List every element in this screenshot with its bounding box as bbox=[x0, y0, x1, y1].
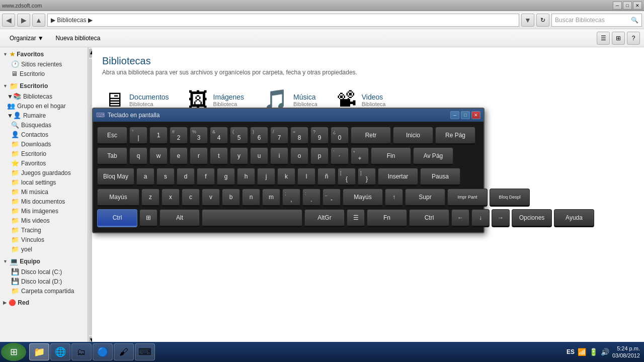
view-toggle-button[interactable]: ☰ bbox=[597, 32, 610, 45]
key-pausa[interactable]: Pausa bbox=[420, 168, 460, 186]
preview-button[interactable]: ⊞ bbox=[612, 32, 625, 45]
key-tab[interactable]: Tab bbox=[97, 147, 127, 165]
key-i[interactable]: i bbox=[270, 147, 288, 165]
sidebar-item-shared[interactable]: 📁 Carpeta compartida bbox=[0, 286, 88, 296]
key-y[interactable]: y bbox=[230, 147, 248, 165]
up-button[interactable]: ▲ bbox=[32, 14, 45, 27]
sidebar-equipo-header[interactable]: ▼ 💻 Equipo bbox=[0, 256, 88, 267]
key-minus[interactable]: _- bbox=[323, 189, 341, 207]
sidebar-item-desktop-fav[interactable]: 🖥 Escritorio bbox=[0, 69, 88, 78]
taskbar-item-paint[interactable]: 🖌 bbox=[114, 343, 134, 360]
key-0[interactable]: ¿0 bbox=[331, 127, 349, 145]
key-h[interactable]: h bbox=[237, 168, 255, 186]
sidebar-item-disk-c[interactable]: 💾 Disco local (C:) bbox=[0, 267, 88, 277]
sidebar-item-grupo[interactable]: 👥 Grupo en el hogar bbox=[0, 101, 88, 111]
key-5[interactable]: (5 bbox=[230, 127, 248, 145]
sidebar-item-downloads[interactable]: 📁 Downloads bbox=[0, 139, 88, 149]
sidebar-item-favoritos[interactable]: ⭐ Favoritos bbox=[0, 158, 88, 168]
key-right[interactable]: → bbox=[492, 209, 510, 227]
key-space[interactable] bbox=[202, 209, 302, 227]
key-v[interactable]: v bbox=[202, 189, 220, 207]
key-lbrace[interactable]: [{ bbox=[338, 168, 356, 186]
key-g[interactable]: g bbox=[217, 168, 235, 186]
key-bloqdespl[interactable]: Bloq Despl bbox=[490, 189, 530, 207]
key-bloqmay[interactable]: Bloq May bbox=[97, 168, 134, 186]
key-n[interactable]: n bbox=[242, 189, 260, 207]
search-box[interactable]: Buscar Bibliotecas 🔍 bbox=[551, 14, 642, 27]
taskbar-item-ie[interactable]: 🌐 bbox=[50, 343, 70, 360]
key-2[interactable]: #2 bbox=[170, 127, 188, 145]
key-ctrl-left[interactable]: Ctrl bbox=[97, 209, 137, 227]
key-esc[interactable]: Esc bbox=[97, 127, 127, 145]
key-4[interactable]: &4 bbox=[210, 127, 228, 145]
key-m[interactable]: m bbox=[262, 189, 280, 207]
sidebar-item-mis-videos[interactable]: 📁 Mis videos bbox=[0, 216, 88, 225]
sidebar-item-mi-musica[interactable]: 📁 Mi música bbox=[0, 187, 88, 197]
sidebar-item-local-settings[interactable]: 📁 local settings bbox=[0, 177, 88, 187]
key-alt[interactable]: Alt bbox=[159, 209, 200, 227]
key-ayuda[interactable]: Ayuda bbox=[554, 209, 594, 227]
key-e[interactable]: e bbox=[170, 147, 188, 165]
key-menu[interactable]: ☰ bbox=[347, 209, 365, 227]
forward-button[interactable]: ▶ bbox=[17, 14, 30, 27]
key-imprpant[interactable]: Impr Pant bbox=[447, 189, 488, 207]
keyboard-restore-button[interactable]: □ bbox=[461, 111, 470, 119]
keyboard-close-button[interactable]: ✕ bbox=[471, 111, 480, 119]
sidebar-item-busquedas[interactable]: 🔍 Búsquedas bbox=[0, 120, 88, 130]
key-mayus-left[interactable]: Mayús bbox=[97, 189, 139, 207]
sidebar-item-mis-imagenes[interactable]: 📁 Mis imágenes bbox=[0, 206, 88, 216]
sidebar-item-tracing[interactable]: 📁 Tracing bbox=[0, 225, 88, 235]
key-w[interactable]: w bbox=[149, 147, 168, 165]
key-z[interactable]: z bbox=[141, 189, 159, 207]
key-p[interactable]: p bbox=[310, 147, 329, 165]
taskbar-item-explorer[interactable]: 📁 bbox=[29, 343, 49, 360]
taskbar-item-keyboard-app[interactable]: ⌨ bbox=[135, 343, 155, 360]
key-x[interactable]: x bbox=[162, 189, 180, 207]
key-9[interactable]: ?9 bbox=[310, 127, 329, 145]
maximize-button[interactable]: □ bbox=[623, 2, 632, 10]
key-win[interactable]: ⊞ bbox=[139, 209, 157, 227]
key-backspace[interactable]: Retr bbox=[351, 127, 391, 145]
sidebar-item-contactos[interactable]: 👤 Contactos bbox=[0, 130, 88, 139]
organize-button[interactable]: Organizar ▼ bbox=[4, 31, 49, 45]
sidebar-item-juegos[interactable]: 📁 Juegos guardados bbox=[0, 168, 88, 177]
scrollbar-thumb[interactable] bbox=[89, 59, 92, 335]
sidebar-item-vinculos[interactable]: 📁 Vínculos bbox=[0, 235, 88, 244]
new-library-button[interactable]: Nueva biblioteca bbox=[50, 31, 106, 45]
key-k[interactable]: k bbox=[277, 168, 295, 186]
key-accent[interactable]: `´ bbox=[331, 147, 349, 165]
sidebar-item-bibliotecas[interactable]: ▼ 📚 Bibliotecas bbox=[0, 92, 88, 101]
key-pipe[interactable]: °| bbox=[129, 127, 147, 145]
key-left[interactable]: ← bbox=[451, 209, 469, 227]
taskbar-item-chrome[interactable]: 🔵 bbox=[93, 343, 113, 360]
key-down[interactable]: ↓ bbox=[471, 209, 490, 227]
key-6[interactable]: )6 bbox=[250, 127, 268, 145]
taskbar-item-files[interactable]: 🗂 bbox=[71, 343, 92, 360]
refresh-button[interactable]: ↻ bbox=[536, 14, 549, 27]
key-3[interactable]: %3 bbox=[190, 127, 208, 145]
key-insertar[interactable]: Insertar bbox=[378, 168, 418, 186]
help-button[interactable]: ? bbox=[627, 32, 640, 45]
sidebar-item-recent-sites[interactable]: 🕐 Sitios recientes bbox=[0, 59, 88, 69]
key-d[interactable]: d bbox=[177, 168, 195, 186]
key-c[interactable]: c bbox=[182, 189, 200, 207]
key-u[interactable]: u bbox=[250, 147, 268, 165]
sidebar-item-yoel[interactable]: 📁 yoel bbox=[0, 244, 88, 254]
key-altgr[interactable]: AltGr bbox=[304, 209, 345, 227]
sidebar-item-rumaire[interactable]: ▼ 👤 Rumaire bbox=[0, 111, 88, 120]
key-r[interactable]: r bbox=[190, 147, 208, 165]
key-fin[interactable]: Fin bbox=[371, 147, 411, 165]
sidebar-red-header[interactable]: ▶ 🔴 Red bbox=[0, 298, 88, 308]
key-plus[interactable]: *+ bbox=[351, 147, 369, 165]
key-period[interactable]: :. bbox=[302, 189, 320, 207]
key-b[interactable]: b bbox=[222, 189, 240, 207]
key-up[interactable]: ↑ bbox=[385, 189, 403, 207]
key-f[interactable]: f bbox=[197, 168, 215, 186]
address-dropdown[interactable]: ▼ bbox=[521, 14, 534, 27]
scrollbar-up[interactable]: ▲ bbox=[89, 49, 92, 58]
back-button[interactable]: ◀ bbox=[2, 14, 15, 27]
key-1[interactable]: 1 bbox=[149, 127, 168, 145]
key-n-tilde[interactable]: ñ bbox=[317, 168, 336, 186]
sidebar-item-mis-documentos[interactable]: 📁 Mis documentos bbox=[0, 197, 88, 206]
key-l[interactable]: l bbox=[297, 168, 315, 186]
